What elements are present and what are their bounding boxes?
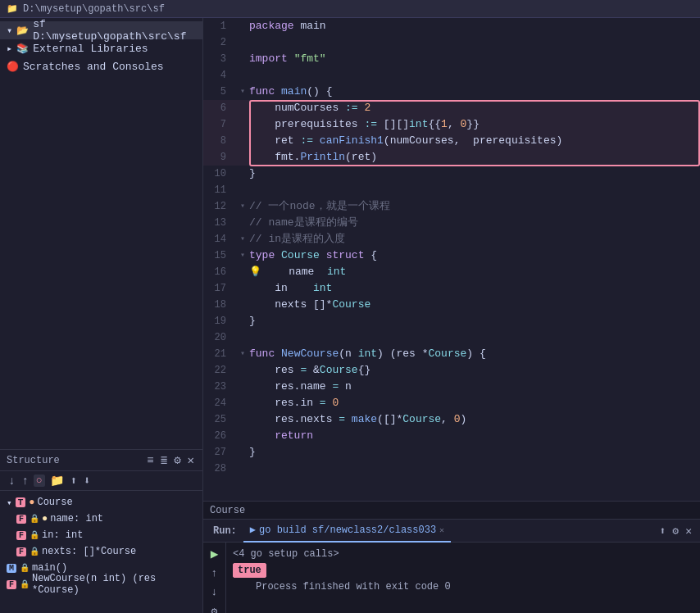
line-content: res.in = 0 xyxy=(249,395,700,411)
sidebar-item-scratches[interactable]: 🔴 Scratches and Consoles xyxy=(0,57,202,75)
line-content: res.nexts = make([]*Course, 0) xyxy=(249,411,700,428)
process-text: Process finished with exit code 0 xyxy=(256,581,451,593)
line-content: in int xyxy=(249,280,700,297)
run-output: <4 go setup calls> true Process finished… xyxy=(226,543,700,613)
run-main-layout: ▶ ↑ ↓ ⚙ ⬆ ≡ <4 go setup calls> true xyxy=(203,543,700,613)
sort-alpha-btn[interactable]: ≡ xyxy=(145,453,155,468)
lock-icon: 🔒 xyxy=(30,530,39,540)
line-number: 26 xyxy=(203,428,236,444)
struct-item-label: name: int xyxy=(50,513,103,524)
folder-icon: 📂 xyxy=(16,25,29,37)
main-layout: ▾ 📂 sf D:\mysetup\gopath\src\sf ▸ 📚 Exte… xyxy=(0,18,700,613)
fold-icon[interactable]: ▾ xyxy=(236,247,249,264)
run-arrow-down-btn[interactable]: ↓ xyxy=(210,584,220,600)
scratch-icon: 🔴 xyxy=(7,61,19,73)
top-bar: 📁 D:\mysetup\gopath\src\sf xyxy=(0,0,700,18)
struct-in-field[interactable]: F 🔒 in: int xyxy=(0,527,202,543)
line-number: 10 xyxy=(203,166,236,182)
line-content: package main xyxy=(249,18,700,34)
go-icon: ▶ xyxy=(250,524,256,536)
line-number: 28 xyxy=(203,461,236,477)
gear-icon[interactable]: ⚙ xyxy=(670,523,680,539)
editor-area: 1 package main 2 3 import "fmt" xyxy=(203,18,700,613)
run-tab-close[interactable]: ✕ xyxy=(439,525,444,535)
line-content: // in是课程的入度 xyxy=(249,231,700,247)
output-line-process: Process finished with exit code 0 xyxy=(233,579,693,595)
true-badge: true xyxy=(233,563,266,578)
fold-icon[interactable]: ▾ xyxy=(236,231,249,247)
line-number: 8 xyxy=(203,133,236,149)
line-number: 7 xyxy=(203,116,236,133)
sidebar-item-sf[interactable]: ▾ 📂 sf D:\mysetup\gopath\src\sf xyxy=(0,21,202,39)
filter-orange-btn[interactable]: ○ xyxy=(34,475,45,487)
settings2-icon[interactable]: ⚙ xyxy=(210,603,220,613)
code-line-8: 8 ret := canFinish1(numCourses, prerequi… xyxy=(203,133,700,149)
lock-icon: 🔒 xyxy=(20,563,30,573)
code-line-24: 24 res.in = 0 xyxy=(203,395,700,411)
line-content: res.name = n xyxy=(249,379,700,395)
filter-down-btn[interactable]: ↓ xyxy=(7,474,16,488)
line-content: numCourses := 2 xyxy=(249,100,700,116)
line-content: } xyxy=(249,444,700,461)
settings-btn[interactable]: ⚙ xyxy=(172,452,182,468)
run-play-btn[interactable]: ▶ xyxy=(211,546,219,562)
line-content: prerequisites := [][]int{{1, 0}} xyxy=(249,116,700,133)
struct-item-label: Course xyxy=(37,497,72,508)
code-line-14: 14 ▾ // in是课程的入度 xyxy=(203,231,700,247)
line-content: 💡 name int xyxy=(249,264,700,280)
struct-dot-yellow: ● xyxy=(42,513,48,524)
run-toolbar: ⬆ ⚙ ✕ xyxy=(658,523,697,539)
code-line-1: 1 package main xyxy=(203,18,700,34)
line-number: 25 xyxy=(203,411,236,428)
expand-icon: ▾ xyxy=(7,497,12,508)
code-line-5: 5 ▾ func main() { xyxy=(203,84,700,100)
close-run-icon[interactable]: ✕ xyxy=(684,523,693,539)
line-number: 3 xyxy=(203,51,236,67)
line-content: func main() { xyxy=(249,84,700,100)
sidebar-tree: ▾ 📂 sf D:\mysetup\gopath\src\sf ▸ 📚 Exte… xyxy=(0,18,202,449)
field-badge: F xyxy=(16,515,26,524)
struct-newcourse-func[interactable]: F 🔒 NewCourse(n int) (res *Course) xyxy=(0,576,202,593)
line-number: 15 xyxy=(203,247,236,264)
struct-course-type[interactable]: ▾ T ● Course xyxy=(0,494,202,511)
line-content: fmt.Println(ret) xyxy=(249,149,700,166)
line-content: return xyxy=(249,428,700,444)
struct-nexts-field[interactable]: F 🔒 nexts: []*Course xyxy=(0,543,202,560)
filter-arrow-up-btn[interactable]: ⬆ xyxy=(69,473,79,488)
fold-icon[interactable]: ▾ xyxy=(236,198,249,215)
filter-arrow-down-btn[interactable]: ⬇ xyxy=(82,473,92,488)
code-line-15: 15 ▾ type Course struct { xyxy=(203,247,700,264)
fold-icon[interactable]: ▾ xyxy=(236,84,249,100)
line-number: 17 xyxy=(203,280,236,297)
field-badge: F xyxy=(16,531,26,540)
structure-title: Structure xyxy=(7,455,60,466)
breadcrumb: Course xyxy=(210,505,245,516)
filter-up-btn[interactable]: ↑ xyxy=(20,474,30,488)
run-arrow-up-btn[interactable]: ↑ xyxy=(210,565,220,581)
code-line-28: 28 xyxy=(203,461,700,477)
output-line-result: true xyxy=(233,562,693,579)
run-panel: Run: ▶ go build sf/newclass2/class033 ✕ … xyxy=(203,519,700,613)
breadcrumb-bar: Course xyxy=(203,501,700,519)
sidebar: ▾ 📂 sf D:\mysetup\gopath\src\sf ▸ 📚 Exte… xyxy=(0,18,203,613)
sort-type-btn[interactable]: ≣ xyxy=(159,452,169,468)
output-line-info: <4 go setup calls> xyxy=(233,546,693,562)
code-line-21: 21 ▾ func NewCourse(n int) (res *Course)… xyxy=(203,346,700,362)
code-view[interactable]: 1 package main 2 3 import "fmt" xyxy=(203,18,700,501)
folder-icon: 📁 xyxy=(7,3,18,14)
close-btn[interactable]: ✕ xyxy=(186,452,196,468)
line-number: 2 xyxy=(203,34,236,51)
line-number: 4 xyxy=(203,67,236,84)
filter-folder-btn[interactable]: 📁 xyxy=(48,473,66,488)
line-number: 6 xyxy=(203,100,236,116)
code-line-12: 12 ▾ // 一个node，就是一个课程 xyxy=(203,198,700,215)
struct-name-field[interactable]: F 🔒 ● name: int xyxy=(0,511,202,527)
expand-icon[interactable]: ⬆ xyxy=(658,523,668,539)
code-line-16: 16 💡 name int xyxy=(203,264,700,280)
fold-icon[interactable]: ▾ xyxy=(236,346,249,362)
line-number: 9 xyxy=(203,149,236,166)
line-number: 5 xyxy=(203,84,236,100)
structure-content: ▾ T ● Course F 🔒 ● name: int F 🔒 in: int xyxy=(0,491,202,613)
struct-item-label: main() xyxy=(32,562,67,574)
run-tab-active[interactable]: ▶ go build sf/newclass2/class033 ✕ xyxy=(243,520,451,543)
